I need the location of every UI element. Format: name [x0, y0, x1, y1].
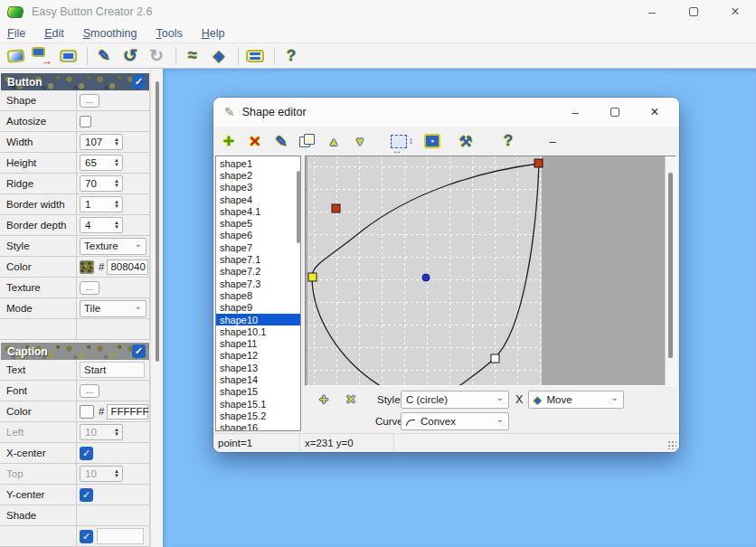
section-checkbox[interactable]: ✓ [132, 344, 146, 358]
style-dropdown[interactable]: C (circle) ⌄ [401, 391, 509, 409]
section-header-caption[interactable]: Caption✓ [1, 343, 149, 360]
shape-center-point[interactable] [422, 274, 430, 281]
shape-list-item[interactable]: shape7 [216, 241, 300, 253]
property-panel-scrollbar[interactable] [150, 69, 163, 547]
shape-list-item[interactable]: shape4 [216, 193, 300, 205]
move-dropdown[interactable]: ◆ Move ⌄ [528, 391, 624, 409]
toolbar-help-button[interactable]: ? [279, 45, 303, 67]
delete-point-button[interactable]: × [342, 391, 360, 409]
shape-list-item[interactable]: shape14 [216, 373, 300, 385]
shape-list-item[interactable]: shape1 [216, 157, 300, 169]
resize-grip[interactable] [667, 440, 676, 449]
spinner[interactable]: 4▲▼ [80, 217, 123, 233]
shape-list-scrollbar[interactable] [297, 171, 300, 243]
spinner[interactable]: 10▲▼ [80, 466, 123, 482]
shape-list-item[interactable]: shape11 [216, 337, 300, 349]
checkbox[interactable]: ✓ [80, 530, 93, 543]
toolbar-undo-button[interactable]: ↺ [118, 45, 142, 67]
shape-list-item[interactable]: shape7.1 [216, 253, 300, 265]
shape-list-item[interactable]: shape7.3 [216, 278, 300, 289]
toolbar-shape-editor-button[interactable]: ◈ [207, 45, 231, 67]
spinner-arrows[interactable]: ▲▼ [111, 221, 122, 230]
dropdown[interactable]: Texture⌄ [80, 238, 146, 255]
control-point-yellow-left[interactable] [308, 273, 317, 281]
color-swatch[interactable] [80, 405, 94, 419]
dropdown[interactable]: Tile⌄ [80, 300, 146, 317]
spinner[interactable]: 10▲▼ [80, 424, 123, 440]
curve-dropdown[interactable]: Convex ⌄ [401, 412, 509, 430]
toolbar-redo-button[interactable]: ↻ [145, 45, 168, 67]
control-point-white-bottom[interactable] [491, 354, 499, 363]
spinner[interactable]: 1▲▼ [80, 196, 123, 212]
shape-list-item[interactable]: shape10 [216, 314, 300, 325]
shape-list-item[interactable]: shape7.2 [216, 266, 300, 278]
toolbar-new-button-button[interactable] [4, 45, 27, 67]
spinner-down-icon[interactable]: ▼ [114, 225, 119, 230]
section-checkbox[interactable]: ✓ [132, 75, 146, 89]
spinner-down-icon[interactable]: ▼ [114, 204, 119, 209]
menu-smoothing[interactable]: Smoothing [83, 27, 137, 40]
spinner-down-icon[interactable]: ▼ [114, 184, 119, 188]
spinner-arrows[interactable]: ▲▼ [111, 200, 122, 209]
shape-list-item[interactable]: shape4.1 [216, 205, 300, 217]
toolbar-move-down-button[interactable]: ▼ [348, 129, 372, 153]
shape-list-item[interactable]: shape2 [216, 169, 300, 181]
spinner-arrows[interactable]: ▲▼ [111, 137, 122, 146]
shape-list-item[interactable]: shape5 [216, 217, 300, 229]
control-point-red-topright[interactable] [534, 159, 543, 167]
toolbar-delete-shape-button[interactable]: × [243, 129, 267, 153]
dialog-toolbar-grid-settings-button[interactable]: ▪ [421, 129, 444, 153]
ellipsis-button[interactable]: ... [80, 281, 99, 295]
spinner[interactable]: 70▲▼ [80, 175, 123, 192]
shape-list-item[interactable]: shape9 [216, 302, 300, 314]
spinner-down-icon[interactable]: ▼ [114, 432, 119, 437]
menu-edit[interactable]: Edit [44, 27, 64, 40]
shape-list-item[interactable]: shape12 [216, 350, 300, 362]
toolbar-rename-shape-button[interactable]: ✎ [269, 129, 293, 153]
canvas-scrollbar[interactable] [665, 156, 676, 385]
spinner-arrows[interactable]: ▲▼ [111, 179, 122, 188]
shape-canvas-svg[interactable] [306, 156, 665, 385]
dialog-maximize-button[interactable] [607, 108, 623, 117]
text-input[interactable]: Start [80, 362, 145, 378]
toolbar-move-up-button[interactable]: ▲ [322, 129, 345, 153]
shape-canvas[interactable] [305, 156, 676, 386]
control-point-red-upperleft[interactable] [332, 204, 340, 212]
dialog-toolbar-duplicate-shape-button[interactable] [296, 129, 319, 153]
color-swatch[interactable] [80, 260, 94, 274]
spinner-arrows[interactable]: ▲▼ [111, 469, 122, 478]
toolbar-help-button[interactable]: ? [496, 129, 520, 153]
scrollbar-thumb[interactable] [156, 81, 159, 362]
hex-color-input[interactable]: 808040 [107, 259, 148, 275]
maximize-button[interactable] [673, 0, 714, 24]
toolbar-add-shape-button[interactable]: + [217, 129, 241, 153]
checkbox[interactable] [80, 116, 91, 127]
spinner[interactable]: 65▲▼ [80, 155, 123, 171]
toolbar-export-button-button[interactable]: → [30, 45, 53, 67]
minimize-button[interactable]: – [631, 0, 673, 24]
spinner-down-icon[interactable]: ▼ [114, 474, 119, 478]
shape-list-item[interactable]: shape13 [216, 362, 300, 373]
ellipsis-button[interactable]: ... [80, 384, 99, 398]
spinner-arrows[interactable]: ▲▼ [111, 428, 122, 437]
toolbar-draw-button[interactable]: ✎ [92, 45, 116, 67]
checkbox[interactable]: ✓ [80, 488, 93, 502]
value-input[interactable] [97, 528, 144, 544]
add-point-button[interactable]: + [315, 391, 333, 409]
shape-list-item[interactable]: shape10.1 [216, 325, 300, 337]
toolbar-equals-button[interactable] [243, 45, 267, 67]
ellipsis-button[interactable]: ... [80, 94, 99, 108]
section-header-button[interactable]: Button✓ [1, 73, 149, 90]
menu-file[interactable]: File [7, 27, 25, 40]
dialog-minimize-button[interactable]: – [567, 106, 583, 119]
shape-list-item[interactable]: shape3 [216, 182, 300, 193]
dialog-toolbar-resize-shape-button[interactable]: ↔↕ [387, 129, 411, 153]
spinner[interactable]: 107▲▼ [80, 134, 123, 150]
toolbar-options-button[interactable]: ⚒ [454, 129, 477, 153]
toolbar-dash-button[interactable]: – [541, 129, 564, 153]
checkbox[interactable]: ✓ [80, 447, 93, 460]
toolbar-smoothing-button[interactable]: ≈ [181, 45, 204, 67]
spinner-arrows[interactable]: ▲▼ [111, 158, 122, 167]
menu-help[interactable]: Help [202, 27, 225, 40]
dialog-close-button[interactable]: × [647, 104, 663, 120]
